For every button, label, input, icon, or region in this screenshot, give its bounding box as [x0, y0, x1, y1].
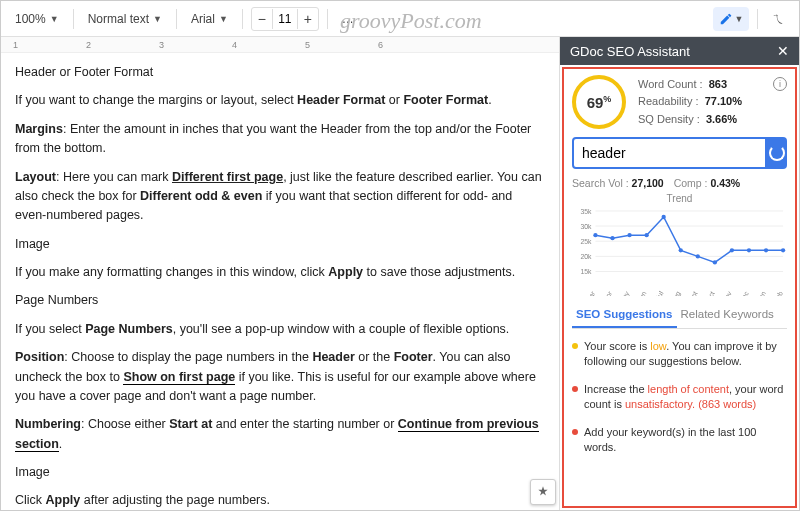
- svg-text:Dec: Dec: [738, 290, 750, 296]
- svg-point-18: [730, 248, 734, 252]
- svg-text:30k: 30k: [581, 223, 593, 230]
- svg-point-11: [610, 236, 614, 240]
- svg-point-10: [593, 233, 597, 237]
- ruler-tick: 5: [305, 40, 310, 50]
- suggestion-item: Increase the length of content, your wor…: [572, 382, 787, 413]
- ruler-tick: 1: [13, 40, 18, 50]
- svg-text:Sept: Sept: [686, 290, 700, 296]
- tab-related-keywords[interactable]: Related Keywords: [677, 302, 778, 328]
- chevron-down-icon: ▼: [50, 14, 59, 24]
- paragraph: Page Numbers: [15, 291, 545, 310]
- suggestions-list: Your score is low. You can improve it by…: [572, 339, 787, 455]
- svg-text:15k: 15k: [581, 268, 593, 275]
- separator: [73, 9, 74, 29]
- bullet-icon: [572, 343, 578, 349]
- increase-font-button[interactable]: +: [298, 8, 318, 30]
- ruler-tick: 3: [159, 40, 164, 50]
- svg-text:Feb: Feb: [772, 290, 784, 296]
- tab-seo-suggestions[interactable]: SEO Suggestions: [572, 302, 677, 328]
- paragraph: Click Apply after adjusting the page num…: [15, 491, 545, 510]
- keyword-input[interactable]: [572, 137, 767, 169]
- svg-text:35k: 35k: [581, 208, 593, 215]
- style-value: Normal text: [88, 12, 149, 26]
- close-icon[interactable]: ✕: [777, 43, 789, 59]
- seo-score: 69%: [572, 75, 626, 129]
- explore-button[interactable]: [530, 479, 556, 505]
- toolbar: 100%▼ Normal text▼ Arial▼ − 11 + … ▼ ㄟ: [1, 1, 799, 37]
- svg-point-15: [679, 248, 683, 252]
- separator: [757, 9, 758, 29]
- trend-chart: 15k20k25k30k35kMarAprMayJunJulAugSeptOct…: [572, 206, 787, 296]
- zoom-value: 100%: [15, 12, 46, 26]
- paragraph: Image: [15, 463, 545, 482]
- svg-text:Mar: Mar: [584, 289, 596, 296]
- plus-icon: [536, 485, 550, 499]
- seo-sidebar: GDoc SEO Assistant ✕ i 69% Word Count : …: [559, 37, 799, 510]
- trend-label: Trend: [572, 193, 787, 204]
- paragraph: Header or Footer Format: [15, 63, 545, 82]
- paragraph: If you make any formatting changes in th…: [15, 263, 545, 282]
- paragraph: Layout: Here you can mark Different firs…: [15, 168, 545, 226]
- font-size-value[interactable]: 11: [272, 9, 298, 29]
- svg-text:Jan: Jan: [755, 290, 767, 296]
- chevron-down-icon: ▼: [219, 14, 228, 24]
- sidebar-header: GDoc SEO Assistant ✕: [560, 37, 799, 65]
- refresh-button[interactable]: [767, 137, 787, 169]
- svg-text:Apr: Apr: [602, 289, 615, 296]
- suggestion-tabs: SEO Suggestions Related Keywords: [572, 302, 787, 329]
- font-selector[interactable]: Arial▼: [185, 9, 234, 29]
- more-tools-button[interactable]: …: [336, 9, 360, 29]
- font-size-group: − 11 +: [251, 7, 319, 31]
- ruler-tick: 2: [86, 40, 91, 50]
- separator: [176, 9, 177, 29]
- svg-point-20: [764, 248, 768, 252]
- suggestion-item: Your score is low. You can improve it by…: [572, 339, 787, 370]
- svg-text:25k: 25k: [581, 238, 593, 245]
- suggestion-item: Add your keyword(s) in the last 100 word…: [572, 425, 787, 456]
- ruler-tick: 4: [232, 40, 237, 50]
- paragraph: If you want to change the margins or lay…: [15, 91, 545, 110]
- paragraph: Numbering: Choose either Start at and en…: [15, 415, 545, 454]
- info-icon[interactable]: i: [773, 77, 787, 91]
- svg-text:Nov: Nov: [721, 290, 733, 296]
- chevron-down-icon: ▼: [153, 14, 162, 24]
- font-value: Arial: [191, 12, 215, 26]
- search-metrics: Search Vol : 27,100 Comp : 0.43%: [572, 177, 787, 189]
- bullet-icon: [572, 429, 578, 435]
- svg-point-14: [662, 215, 666, 219]
- paragraph: Margins: Enter the amount in inches that…: [15, 120, 545, 159]
- svg-point-12: [627, 233, 631, 237]
- bullet-icon: [572, 386, 578, 392]
- chevron-down-icon: ▼: [735, 14, 744, 24]
- svg-point-17: [713, 260, 717, 264]
- svg-text:Jul: Jul: [654, 290, 665, 296]
- paragraph: Image: [15, 235, 545, 254]
- svg-text:Oct: Oct: [704, 290, 715, 296]
- svg-text:Jun: Jun: [636, 290, 648, 296]
- document-body[interactable]: Header or Footer Format If you want to c…: [1, 53, 559, 510]
- editing-mode-button[interactable]: ▼: [713, 7, 749, 31]
- svg-text:Aug: Aug: [669, 290, 682, 296]
- svg-point-16: [696, 254, 700, 258]
- style-selector[interactable]: Normal text▼: [82, 9, 168, 29]
- svg-point-21: [781, 248, 785, 252]
- svg-point-13: [644, 233, 648, 237]
- ruler-tick: 6: [378, 40, 383, 50]
- collapse-sidebar-button[interactable]: ㄟ: [766, 8, 791, 30]
- seo-stats: Word Count : 863 Readability : 77.10% SQ…: [638, 76, 742, 129]
- refresh-icon: [769, 145, 785, 161]
- separator: [242, 9, 243, 29]
- paragraph: Position: Choose to display the page num…: [15, 348, 545, 406]
- separator: [327, 9, 328, 29]
- svg-point-19: [747, 248, 751, 252]
- decrease-font-button[interactable]: −: [252, 8, 272, 30]
- svg-text:May: May: [618, 290, 632, 296]
- pencil-icon: [719, 12, 733, 26]
- svg-text:20k: 20k: [581, 253, 593, 260]
- ruler[interactable]: 1 2 3 4 5 6: [1, 37, 559, 53]
- sidebar-title: GDoc SEO Assistant: [570, 44, 690, 59]
- zoom-selector[interactable]: 100%▼: [9, 9, 65, 29]
- paragraph: If you select Page Numbers, you'll see a…: [15, 320, 545, 339]
